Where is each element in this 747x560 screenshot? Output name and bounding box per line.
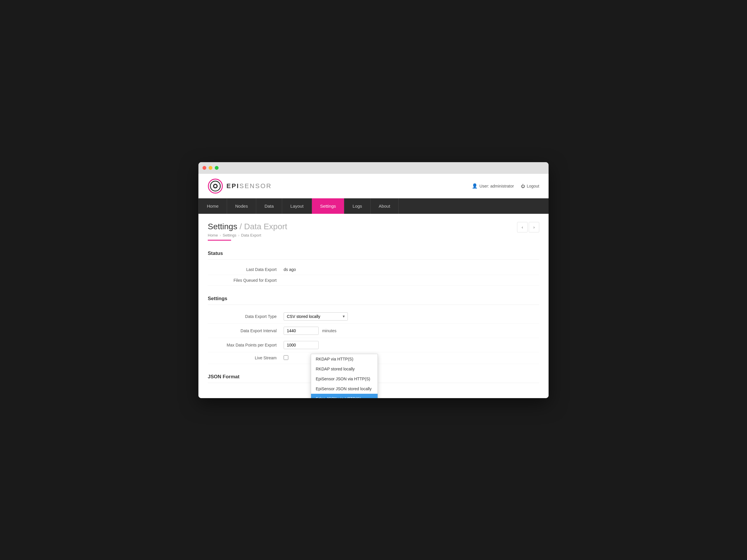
- dropdown-item-rkdap-local[interactable]: RKDAP stored locally: [311, 364, 378, 374]
- app-body: EPISENSOR 👤 User: administrator ⏻ Logout…: [199, 174, 548, 398]
- user-section: 👤 User: administrator ⏻ Logout: [472, 183, 539, 189]
- dropdown-item-episensor-json-http[interactable]: EpiSensor JSON via HTTP(S): [311, 374, 378, 384]
- logo-icon: [208, 179, 223, 194]
- data-export-interval-label: Data Export Interval: [208, 328, 284, 333]
- logo-text: EPISENSOR: [227, 182, 272, 190]
- status-section-title: Status: [208, 248, 539, 260]
- live-stream-checkbox[interactable]: [284, 355, 288, 360]
- data-export-interval-input[interactable]: [284, 327, 319, 335]
- minimize-button[interactable]: [209, 166, 212, 170]
- nav-item-layout[interactable]: Layout: [282, 198, 312, 214]
- max-data-points-input[interactable]: [284, 341, 319, 349]
- breadcrumb-underline: [208, 240, 231, 241]
- nav-item-logs[interactable]: Logs: [344, 198, 370, 214]
- max-data-points-label: Max Data Points per Export: [208, 343, 284, 347]
- nav-item-about[interactable]: About: [370, 198, 398, 214]
- dropdown-item-episensor-json-local[interactable]: EpiSensor JSON stored locally: [311, 384, 378, 394]
- settings-section-title: Settings: [208, 293, 539, 305]
- titlebar: [199, 162, 548, 174]
- svg-point-3: [214, 185, 216, 187]
- content-area: ‹ › Settings / Data Export Home › Settin…: [199, 214, 548, 398]
- live-stream-label: Live Stream: [208, 355, 284, 360]
- settings-section: Settings Data Export Type CSV stored loc…: [208, 293, 539, 364]
- user-info: 👤 User: administrator: [472, 183, 514, 189]
- back-button[interactable]: ‹: [517, 222, 527, 233]
- last-data-export-label: Last Data Export: [208, 267, 284, 272]
- logo: EPISENSOR: [208, 179, 272, 194]
- close-button[interactable]: [203, 166, 206, 170]
- nav-item-nodes[interactable]: Nodes: [227, 198, 256, 214]
- data-export-type-label: Data Export Type: [208, 314, 284, 319]
- breadcrumb: Home › Settings › Data Export: [208, 233, 539, 237]
- dropdown-menu: RKDAP via HTTP(S) RKDAP stored locally E…: [311, 354, 378, 398]
- breadcrumb-settings[interactable]: Settings: [223, 233, 236, 237]
- app-window: EPISENSOR 👤 User: administrator ⏻ Logout…: [199, 162, 548, 398]
- power-icon: ⏻: [521, 184, 525, 188]
- files-queued-row: Files Queued for Export: [208, 275, 539, 286]
- user-icon: 👤: [472, 183, 478, 189]
- files-queued-label: Files Queued for Export: [208, 278, 284, 283]
- breadcrumb-home[interactable]: Home: [208, 233, 218, 237]
- nav-item-settings[interactable]: Settings: [312, 198, 344, 214]
- data-export-interval-row: Data Export Interval minutes: [208, 324, 539, 338]
- app-header: EPISENSOR 👤 User: administrator ⏻ Logout: [199, 174, 548, 198]
- data-export-type-row: Data Export Type CSV stored locally ▼: [208, 310, 539, 324]
- nav-item-home[interactable]: Home: [199, 198, 227, 214]
- breadcrumb-sep-1: ›: [220, 233, 221, 237]
- data-export-type-dropdown[interactable]: CSV stored locally ▼: [284, 312, 348, 321]
- user-label: User: administrator: [480, 184, 514, 188]
- nav-arrows: ‹ ›: [517, 222, 539, 233]
- forward-button[interactable]: ›: [529, 222, 539, 233]
- dropdown-item-label: Edge JSON via HTTP(S): [316, 396, 361, 398]
- status-section: Status Last Data Export ds ago Files Que…: [208, 248, 539, 286]
- main-nav: Home Nodes Data Layout Settings Logs Abo…: [199, 198, 548, 214]
- data-export-interval-value: minutes: [284, 327, 336, 335]
- logout-label: Logout: [527, 184, 539, 188]
- dropdown-item-label: RKDAP via HTTP(S): [316, 357, 353, 362]
- live-stream-value: [284, 355, 288, 361]
- max-data-points-row: Max Data Points per Export: [208, 338, 539, 352]
- dropdown-item-label: RKDAP stored locally: [316, 367, 355, 371]
- dropdown-item-label: EpiSensor JSON via HTTP(S): [316, 377, 370, 381]
- maximize-button[interactable]: [215, 166, 218, 170]
- last-data-export-value: ds ago: [284, 267, 296, 272]
- logout-button[interactable]: ⏻ Logout: [521, 184, 539, 188]
- nav-item-data[interactable]: Data: [256, 198, 282, 214]
- data-export-type-select[interactable]: CSV stored locally: [284, 312, 348, 321]
- breadcrumb-sep-2: ›: [238, 233, 239, 237]
- data-export-type-value: CSV stored locally ▼: [284, 312, 348, 321]
- breadcrumb-current: Data Export: [241, 233, 261, 237]
- minutes-label: minutes: [322, 328, 336, 333]
- page-title: Settings / Data Export: [208, 222, 539, 231]
- dropdown-item-label: EpiSensor JSON stored locally: [316, 386, 371, 391]
- last-data-export-row: Last Data Export ds ago: [208, 264, 539, 275]
- dropdown-item-edge-json-http[interactable]: Edge JSON via HTTP(S): [311, 394, 378, 398]
- dropdown-item-rkdap-http[interactable]: RKDAP via HTTP(S): [311, 354, 378, 364]
- max-data-points-value: [284, 341, 319, 349]
